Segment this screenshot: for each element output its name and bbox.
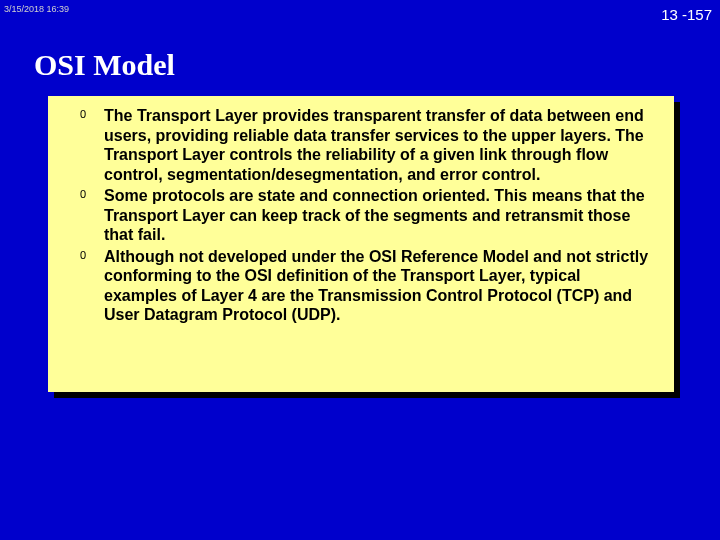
bullet-marker-icon: 0 [80, 188, 86, 200]
list-item: 0 Some protocols are state and connectio… [58, 186, 654, 245]
list-item: 0 The Transport Layer provides transpare… [58, 106, 654, 184]
bullet-text: Some protocols are state and connection … [104, 187, 645, 243]
slide-header: 3/15/2018 16:39 13 -157 [0, 0, 720, 28]
page-number: 13 -157 [661, 6, 712, 23]
bullet-marker-icon: 0 [80, 249, 86, 261]
slide-title: OSI Model [34, 48, 175, 82]
bullet-marker-icon: 0 [80, 108, 86, 120]
timestamp: 3/15/2018 16:39 [4, 4, 69, 14]
list-item: 0 Although not developed under the OSI R… [58, 247, 654, 325]
bullet-text: Although not developed under the OSI Ref… [104, 248, 648, 324]
bullet-list: 0 The Transport Layer provides transpare… [58, 106, 654, 325]
bullet-text: The Transport Layer provides transparent… [104, 107, 644, 183]
content-box: 0 The Transport Layer provides transpare… [48, 96, 674, 392]
